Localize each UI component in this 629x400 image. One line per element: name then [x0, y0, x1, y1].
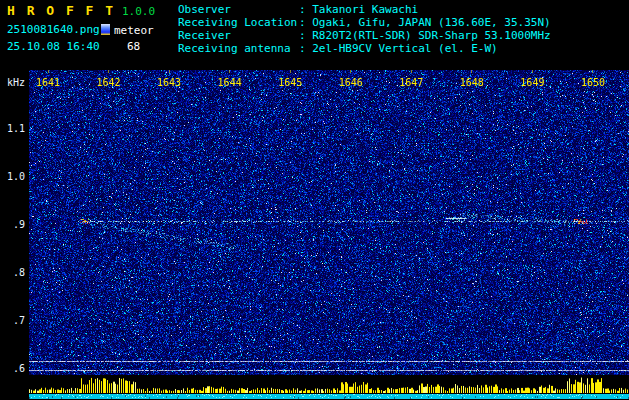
info-value: : Ogaki, Gifu, JAPAN (136.60E, 35.35N): [299, 16, 551, 29]
info-row-location: Receiving Location: Ogaki, Gifu, JAPAN (…: [178, 16, 551, 29]
app-title: H R O F F T: [7, 3, 115, 18]
info-label: Receiver: [178, 29, 299, 42]
info-label: Receiving antenna: [178, 42, 299, 55]
freq-tick-label: 1.1: [7, 123, 25, 134]
info-row-receiver: Receiver: R820T2(RTL-SDR) SDR-Sharp 53.1…: [178, 29, 551, 42]
info-value: : Takanori Kawachi: [299, 3, 418, 16]
hrofft-output: H R O F F T 1.0.0 2510081640.png meteor …: [0, 0, 629, 400]
info-value: : R820T2(RTL-SDR) SDR-Sharp 53.1000MHz: [299, 29, 551, 42]
freq-tick-label: .9: [13, 219, 25, 230]
frequency-axis: kHz1.11.0.9.8.7.6: [0, 70, 29, 375]
app-version: 1.0.0: [122, 5, 155, 18]
freq-tick-label: .7: [13, 315, 25, 326]
station-info: Observer: Takanori Kawachi Receiving Loc…: [178, 3, 551, 55]
timestamp: 25.10.08 16:40: [7, 40, 100, 53]
spectrogram: 1641164216431644164516461647164816491650: [29, 70, 629, 375]
info-row-observer: Observer: Takanori Kawachi: [178, 3, 551, 16]
echo-count: 68: [127, 40, 140, 53]
header: H R O F F T 1.0.0 2510081640.png meteor …: [0, 0, 629, 70]
info-row-antenna: Receiving antenna: 2el-HB9CV Vertical (e…: [178, 42, 551, 55]
histogram-canvas: [29, 375, 629, 400]
mode-label: meteor: [114, 24, 154, 37]
info-value: : 2el-HB9CV Vertical (el. E-W): [299, 42, 498, 55]
info-label: Receiving Location: [178, 16, 299, 29]
spectrogram-canvas: [29, 70, 629, 375]
freq-tick-label: .6: [13, 363, 25, 374]
info-label: Observer: [178, 3, 299, 16]
freq-tick-label: .8: [13, 267, 25, 278]
color-scale-icon: [101, 24, 110, 35]
freq-unit-label: kHz: [7, 77, 25, 88]
freq-tick-label: 1.0: [7, 171, 25, 182]
activity-histogram: [29, 375, 629, 400]
filename: 2510081640.png: [7, 23, 100, 36]
